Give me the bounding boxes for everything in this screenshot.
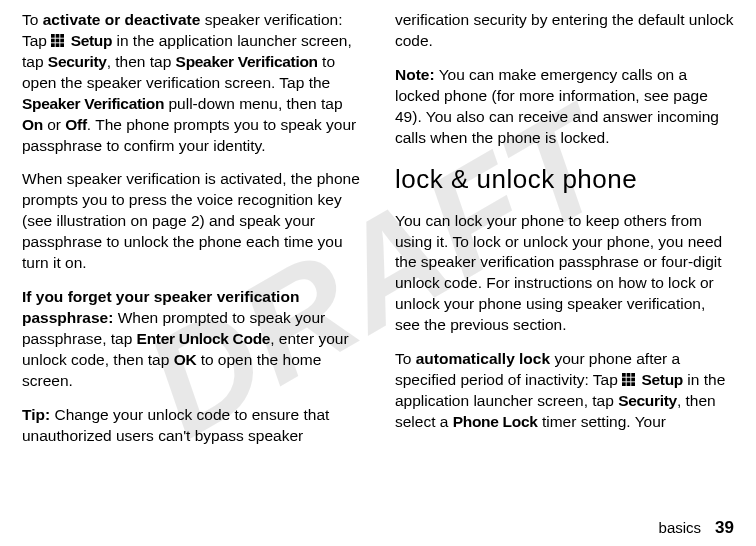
svg-rect-12 [622, 378, 626, 382]
svg-rect-1 [56, 34, 60, 38]
svg-rect-8 [61, 43, 65, 47]
ui-label: Speaker Verification [176, 53, 318, 70]
right-para-4: To automatically lock your phone after a… [395, 349, 734, 433]
ui-label: On [22, 116, 43, 133]
svg-rect-6 [51, 43, 55, 47]
svg-rect-14 [631, 378, 635, 382]
left-para-2: When speaker verification is activated, … [22, 169, 361, 274]
ui-label: Security [48, 53, 107, 70]
ui-label: Security [618, 392, 677, 409]
ui-label: Phone Lock [453, 413, 538, 430]
text: , then tap [107, 53, 176, 70]
svg-rect-3 [51, 39, 55, 43]
text-bold: automatically lock [416, 350, 550, 367]
text: To [395, 350, 416, 367]
ui-label: Setup [641, 371, 683, 388]
ui-label: Setup [71, 32, 113, 49]
section-heading: lock & unlock phone [395, 162, 734, 197]
text: To [22, 11, 43, 28]
setup-grid-icon [622, 373, 635, 386]
text: Change your unlock code to ensure that u… [22, 406, 329, 444]
text-bold: Tip: [22, 406, 50, 423]
right-column: verification security by entering the de… [395, 10, 734, 460]
left-column: To activate or deactivate speaker verifi… [22, 10, 361, 460]
left-para-1: To activate or deactivate speaker verifi… [22, 10, 361, 156]
right-para-3: You can lock your phone to keep others f… [395, 211, 734, 337]
svg-rect-7 [56, 43, 60, 47]
page-number: 39 [715, 518, 734, 537]
text: You can make emergency calls on a locked… [395, 66, 719, 146]
svg-rect-11 [631, 373, 635, 377]
ui-label: Enter Unlock Code [137, 330, 271, 347]
text: or [43, 116, 65, 133]
text-bold: activate or deactivate [43, 11, 201, 28]
right-para-2: Note: You can make emergency calls on a … [395, 65, 734, 149]
page-footer: basics39 [659, 518, 734, 538]
text: pull-down menu, then tap [164, 95, 342, 112]
svg-rect-4 [56, 39, 60, 43]
svg-rect-15 [622, 382, 626, 386]
ui-label: OK [174, 351, 197, 368]
left-para-3: If you forget your speaker verification … [22, 287, 361, 392]
svg-rect-10 [627, 373, 631, 377]
left-para-4: Tip: Change your unlock code to ensure t… [22, 405, 361, 447]
svg-rect-9 [622, 373, 626, 377]
page-content: To activate or deactivate speaker verifi… [0, 0, 756, 460]
text-bold: Note: [395, 66, 435, 83]
footer-section-label: basics [659, 519, 702, 536]
setup-grid-icon [51, 34, 64, 47]
svg-rect-0 [51, 34, 55, 38]
svg-rect-13 [627, 378, 631, 382]
svg-rect-5 [61, 39, 65, 43]
svg-rect-2 [61, 34, 65, 38]
text: timer setting. Your [538, 413, 666, 430]
ui-label: Speaker Verification [22, 95, 164, 112]
svg-rect-17 [631, 382, 635, 386]
svg-rect-16 [627, 382, 631, 386]
right-para-1: verification security by entering the de… [395, 10, 734, 52]
ui-label: Off [65, 116, 86, 133]
